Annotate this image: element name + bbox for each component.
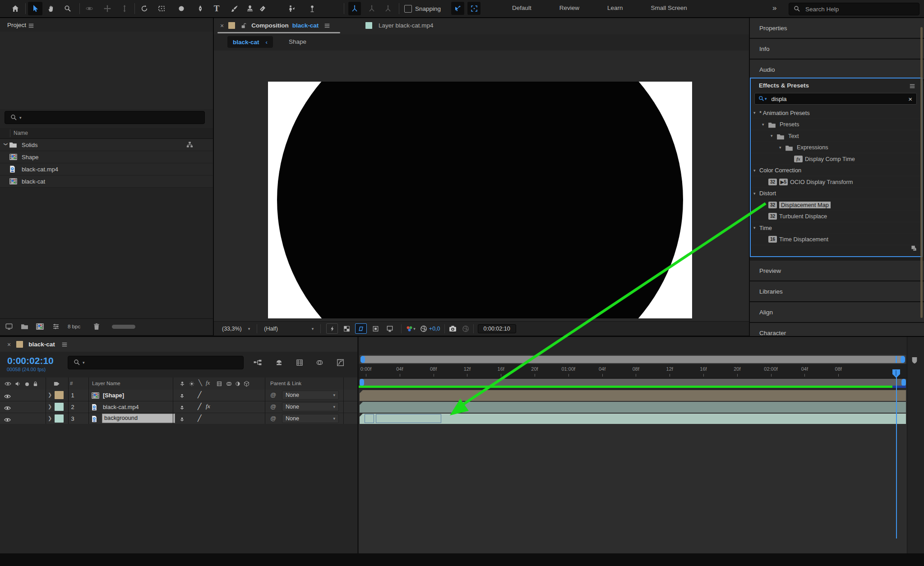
eye-icon[interactable] xyxy=(4,392,11,400)
hand-tool-icon[interactable] xyxy=(44,2,59,15)
color-depth-button[interactable]: 8 bpc xyxy=(68,324,80,329)
project-flowchart-icon[interactable] xyxy=(5,323,13,330)
snap-bounds-icon[interactable] xyxy=(467,2,480,15)
draft-3d-icon[interactable] xyxy=(275,358,283,366)
composition-flowchart-icon[interactable] xyxy=(254,358,262,366)
new-preset-icon[interactable] xyxy=(910,244,917,252)
puppet-pin-tool-icon[interactable] xyxy=(305,2,319,15)
effects-tree-item-display-comp-time[interactable]: fxDisplay Comp Time xyxy=(751,153,922,165)
flowchart-icon[interactable] xyxy=(186,141,193,149)
scrollbar-left-cap[interactable] xyxy=(360,356,365,363)
region-of-interest-icon[interactable] xyxy=(355,323,367,334)
breadcrumb-current[interactable]: Shape xyxy=(289,38,306,45)
clip-segment[interactable] xyxy=(365,414,374,423)
sidebar-panel-align[interactable]: Align xyxy=(750,302,924,323)
snapping-checkbox[interactable] xyxy=(404,5,412,13)
effects-tree-item-expressions[interactable]: ▾Expressions xyxy=(751,142,922,154)
snapshot-show-icon[interactable] xyxy=(462,325,469,332)
help-search-input[interactable] xyxy=(804,5,906,13)
sidebar-panel-properties[interactable]: Properties xyxy=(750,18,924,39)
collapse-caret-icon[interactable]: ▾ xyxy=(771,133,776,138)
name-column-header[interactable]: Name xyxy=(14,130,28,136)
snapping-toggle[interactable]: Snapping xyxy=(404,5,441,13)
layer-row-2[interactable]: ❯ 2 black-cat.mp4 ╱fx @ None▾ xyxy=(0,401,357,413)
view-layout-icon[interactable] xyxy=(384,323,396,334)
shape-tool-icon[interactable] xyxy=(174,2,189,15)
type-tool-icon[interactable]: T xyxy=(209,2,224,15)
shy-column-icon[interactable] xyxy=(180,380,185,387)
collapse-column-icon[interactable] xyxy=(189,380,194,387)
viewer-menu-icon[interactable] xyxy=(324,22,330,30)
work-area-end-handle[interactable] xyxy=(901,379,906,386)
quality-switch-icon[interactable]: ╱ xyxy=(198,391,201,398)
eye-icon[interactable] xyxy=(4,416,11,423)
effects-tree-item-ocio-display-transform[interactable]: 32▶5OCIO Display Transform xyxy=(751,176,922,188)
quality-switch-icon[interactable]: ╱ xyxy=(198,403,201,410)
frame-blend-column-icon[interactable] xyxy=(217,380,222,387)
layer-name-column-header[interactable]: Layer Name xyxy=(92,381,120,386)
tab-composition-black-cat[interactable]: × Composition black-cat xyxy=(214,18,337,33)
workspace-tab-review[interactable]: Review xyxy=(559,5,579,11)
workspace-tab-default[interactable]: Default xyxy=(512,5,531,11)
quality-switch-icon[interactable]: ╱ xyxy=(198,414,201,422)
layer-name[interactable]: black-cat.mp4 xyxy=(103,404,139,410)
effects-tree-item-distort[interactable]: ▾Distort xyxy=(751,188,922,200)
project-item-black-cat[interactable]: black-cat xyxy=(0,175,213,188)
tab-layer-black-cat-mp4[interactable]: Layer black-cat.mp4 xyxy=(365,18,434,33)
playhead-line[interactable] xyxy=(896,377,897,538)
collapse-caret-icon[interactable]: ▾ xyxy=(753,110,759,115)
preset-folder-label[interactable]: Text xyxy=(788,133,799,139)
parent-link-dropdown[interactable]: None▾ xyxy=(282,402,339,411)
workspace-tab-learn[interactable]: Learn xyxy=(607,5,623,11)
channel-rgb-icon[interactable]: ▾ xyxy=(406,325,416,332)
layer-label-swatch[interactable] xyxy=(55,414,64,423)
cube-3d-column-icon[interactable] xyxy=(244,380,249,387)
effect-item-label[interactable]: Displacement Map xyxy=(779,202,831,208)
effects-category-label[interactable]: Time xyxy=(759,225,772,231)
pickwhip-icon[interactable]: @ xyxy=(270,391,276,398)
project-settings-icon[interactable] xyxy=(52,323,60,330)
exposure-reset-icon[interactable] xyxy=(420,325,427,332)
shy-switch-icon[interactable] xyxy=(180,404,185,411)
shy-switch-icon[interactable] xyxy=(180,392,185,400)
local-axis-mode-icon[interactable] xyxy=(348,2,361,15)
effects-category-label[interactable]: Distort xyxy=(759,190,776,197)
magnification-dropdown[interactable]: (33,3%)▾ xyxy=(219,326,253,332)
preset-folder-label[interactable]: Expressions xyxy=(797,144,828,151)
home-tool-icon[interactable] xyxy=(8,2,23,15)
rotation-tool-icon[interactable] xyxy=(137,2,152,15)
transparency-grid-icon[interactable] xyxy=(341,323,352,334)
view-axis-mode-icon[interactable] xyxy=(381,2,395,15)
effects-tree-item-animation-presets[interactable]: ▾* Animation Presets xyxy=(751,107,922,119)
layer-row-1[interactable]: ❯ 1 [Shape] ╱ @ None▾ xyxy=(0,390,357,401)
brush-tool-icon[interactable] xyxy=(227,2,242,15)
roto-brush-tool-icon[interactable] xyxy=(284,2,299,15)
collapse-caret-icon[interactable]: ▾ xyxy=(753,225,759,230)
parent-link-column-header[interactable]: Parent & Link xyxy=(270,381,301,386)
layer-label-swatch[interactable] xyxy=(55,391,64,399)
comp-marker-bin-icon[interactable] xyxy=(911,356,918,364)
fast-previews-icon[interactable] xyxy=(326,323,338,334)
close-icon[interactable]: × xyxy=(7,341,11,348)
project-search-box[interactable]: ▾ xyxy=(5,111,205,124)
pickwhip-icon[interactable]: @ xyxy=(270,415,276,422)
fx-switch-icon[interactable]: fx xyxy=(206,403,210,410)
new-composition-icon[interactable] xyxy=(36,323,44,330)
zoom-tool-icon[interactable] xyxy=(60,2,75,15)
effects-tree-item-turbulent-displace[interactable]: 32Turbulent Displace xyxy=(751,211,922,223)
workspace-tab-small-screen[interactable]: Small Screen xyxy=(651,5,687,11)
mask-visibility-icon[interactable] xyxy=(370,323,381,334)
trash-icon[interactable] xyxy=(93,323,100,330)
frame-blending-icon[interactable] xyxy=(296,358,303,366)
layer-duration-bar-2[interactable] xyxy=(360,402,906,413)
project-panel-menu-icon[interactable] xyxy=(28,21,34,29)
time-ruler[interactable]: 0:00f 04f 08f 12f 16f 20f 01:00f 04f 08f… xyxy=(359,364,907,378)
project-item-shape[interactable]: Shape xyxy=(0,151,213,163)
collapse-caret-icon[interactable]: ▾ xyxy=(762,122,768,127)
pen-tool-icon[interactable] xyxy=(193,2,208,15)
expand-chevron-icon[interactable]: ❯ xyxy=(48,404,52,410)
workspace-overflow-chevrons[interactable]: » xyxy=(772,4,776,13)
eye-icon[interactable] xyxy=(4,404,11,412)
world-axis-mode-icon[interactable] xyxy=(365,2,379,15)
pickwhip-icon[interactable]: @ xyxy=(270,403,276,410)
